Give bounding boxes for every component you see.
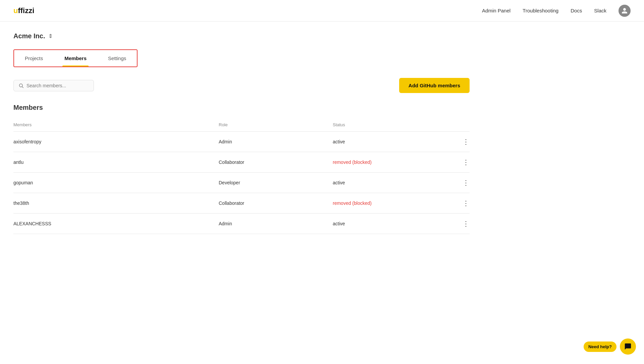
- search-input[interactable]: [26, 83, 89, 88]
- col-header-actions: [447, 120, 470, 132]
- member-username: axisofentropy: [13, 132, 219, 152]
- member-username: ALEXANCHESSS: [13, 214, 219, 234]
- table-row: ALEXANCHESSS Admin active ⋮: [13, 214, 470, 234]
- table-row: antlu Collaborator removed (blocked) ⋮: [13, 152, 470, 173]
- member-status: removed (blocked): [333, 193, 447, 214]
- tab-members[interactable]: Members: [54, 50, 97, 66]
- member-status: removed (blocked): [333, 152, 447, 173]
- row-actions[interactable]: ⋮: [447, 214, 470, 234]
- member-status: active: [333, 132, 447, 152]
- col-header-member: Members: [13, 120, 219, 132]
- svg-point-0: [19, 84, 22, 87]
- main-content: Acme Inc. ⇕ Projects Members Settings Ad…: [0, 21, 483, 245]
- org-name: Acme Inc.: [13, 32, 45, 40]
- header: uffizzi Admin Panel Troubleshooting Docs…: [0, 0, 644, 21]
- member-status: active: [333, 214, 447, 234]
- org-selector: Acme Inc. ⇕: [13, 32, 470, 40]
- logo-u: u: [13, 6, 18, 15]
- toolbar: Add GitHub members: [13, 78, 470, 93]
- row-actions[interactable]: ⋮: [447, 173, 470, 193]
- row-actions[interactable]: ⋮: [447, 152, 470, 173]
- member-role: Collaborator: [219, 193, 333, 214]
- header-nav: Admin Panel Troubleshooting Docs Slack: [482, 5, 631, 17]
- more-options-icon[interactable]: ⋮: [463, 138, 470, 145]
- member-role: Admin: [219, 132, 333, 152]
- more-options-icon[interactable]: ⋮: [463, 220, 470, 227]
- table-row: axisofentropy Admin active ⋮: [13, 132, 470, 152]
- member-status: active: [333, 173, 447, 193]
- member-username: the38th: [13, 193, 219, 214]
- org-toggle-icon[interactable]: ⇕: [48, 33, 53, 39]
- logo[interactable]: uffizzi: [13, 6, 34, 15]
- tabs-container: Projects Members Settings: [13, 49, 138, 67]
- row-actions[interactable]: ⋮: [447, 132, 470, 152]
- member-username: gopuman: [13, 173, 219, 193]
- logo-rest: ffizzi: [18, 6, 34, 15]
- col-header-status: Status: [333, 120, 447, 132]
- members-table: Members Role Status axisofentropy Admin …: [13, 120, 470, 234]
- troubleshooting-link[interactable]: Troubleshooting: [523, 8, 558, 13]
- table-row: gopuman Developer active ⋮: [13, 173, 470, 193]
- row-actions[interactable]: ⋮: [447, 193, 470, 214]
- member-role: Admin: [219, 214, 333, 234]
- svg-line-1: [22, 87, 23, 88]
- more-options-icon[interactable]: ⋮: [463, 179, 470, 186]
- more-options-icon[interactable]: ⋮: [463, 158, 470, 166]
- col-header-role: Role: [219, 120, 333, 132]
- slack-link[interactable]: Slack: [594, 8, 606, 13]
- members-section-title: Members: [13, 104, 470, 111]
- search-icon: [18, 83, 24, 88]
- tab-settings[interactable]: Settings: [97, 50, 137, 66]
- admin-panel-link[interactable]: Admin Panel: [482, 8, 511, 13]
- user-avatar[interactable]: [619, 5, 631, 17]
- add-github-members-button[interactable]: Add GitHub members: [399, 78, 470, 93]
- tab-projects[interactable]: Projects: [14, 50, 54, 66]
- member-role: Developer: [219, 173, 333, 193]
- more-options-icon[interactable]: ⋮: [463, 199, 470, 207]
- table-row: the38th Collaborator removed (blocked) ⋮: [13, 193, 470, 214]
- docs-link[interactable]: Docs: [571, 8, 582, 13]
- members-section: Members Members Role Status axisofentrop…: [13, 104, 470, 234]
- member-role: Collaborator: [219, 152, 333, 173]
- member-username: antlu: [13, 152, 219, 173]
- search-box: [13, 80, 94, 91]
